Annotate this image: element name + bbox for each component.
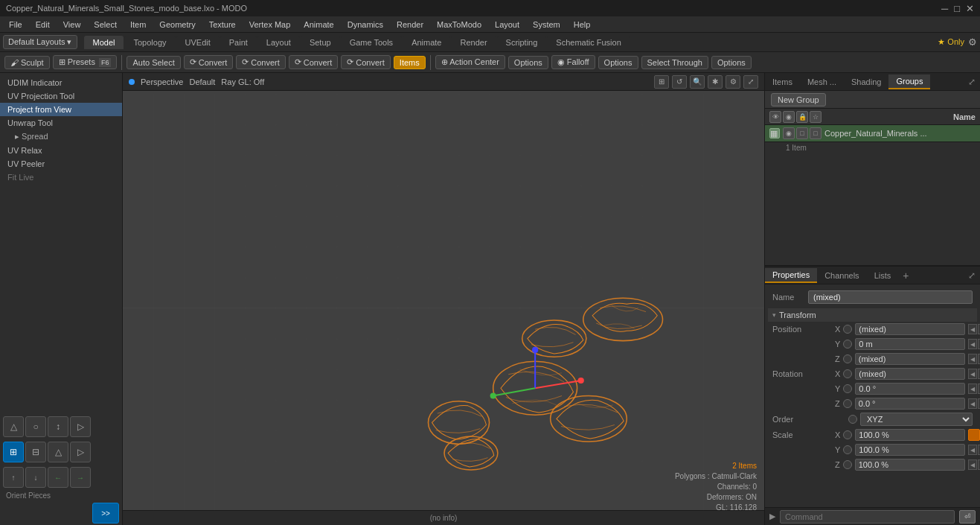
select-through-btn[interactable]: Select Through [641,56,708,69]
position-z-input[interactable] [855,353,965,365]
new-group-btn[interactable]: New Group [771,93,826,106]
tool-icon-8[interactable]: ▷ [70,442,91,462]
menu-item-help[interactable]: Help [568,19,597,31]
rp-btab-lists[interactable]: Lists [867,269,899,282]
tool-icon-7[interactable]: △ [48,442,68,462]
convert-btn-1[interactable]: ⟳ Convert [236,55,286,69]
scale-z-decr[interactable]: ◀ [968,459,977,470]
name-input[interactable] [808,290,973,304]
tool-unwrap-tool[interactable]: Unwrap Tool [0,116,122,130]
cmd-run-btn[interactable]: ⏎ [959,510,976,524]
menu-item-render[interactable]: Render [391,19,429,31]
auto-select-btn[interactable]: Auto Select [126,56,180,69]
item-icon-render[interactable]: ◉ [783,111,795,123]
item-lock[interactable]: □ [796,127,808,139]
item-icon-lock[interactable]: 🔒 [796,111,808,123]
tab-render[interactable]: Render [451,36,496,49]
viewport-canvas[interactable]: 2 Items Polygons : Catmull-Clark Channel… [123,91,764,525]
rp-tab-groups[interactable]: Groups [888,74,930,89]
rotation-x-circle[interactable] [843,369,852,378]
items-btn[interactable]: Items [394,56,426,69]
rp-tab-shading[interactable]: Shading [844,75,888,89]
tab-setup[interactable]: Setup [301,36,340,49]
tool-icon-4[interactable]: ▷ [70,416,91,437]
menu-item-edit[interactable]: Edit [30,19,56,31]
scale-y-decr[interactable]: ◀ [968,445,977,455]
tool-project-from-view[interactable]: Project from View [0,103,122,116]
vp-ctrl-4[interactable]: ✱ [708,75,723,89]
options1-btn[interactable]: Options [508,56,548,69]
options2-btn[interactable]: Options [598,56,638,69]
layouts-dropdown[interactable]: Default Layouts ▾ [3,35,77,49]
rp-tab-items[interactable]: Items [765,75,800,89]
tab-layout[interactable]: Layout [257,36,300,49]
tab-model[interactable]: Model [84,36,124,49]
menu-item-geometry[interactable]: Geometry [153,19,201,31]
item-icon-visible[interactable]: ☆ [810,111,822,123]
tab-paint[interactable]: Paint [220,36,257,49]
transform-section[interactable]: ▾ Transform [768,308,977,322]
options3-btn[interactable]: Options [711,56,752,69]
cmd-input[interactable] [780,510,955,524]
orient-left[interactable]: ← [48,467,68,488]
menu-item-select[interactable]: Select [88,19,123,31]
scale-x-orange[interactable] [968,429,980,441]
tool-fit-live[interactable]: Fit Live [0,171,122,184]
rot-x-decr[interactable]: ◀ [968,369,977,379]
rotation-z-input[interactable] [855,398,965,410]
tab-scripting[interactable]: Scripting [497,36,547,49]
tool-uv-relax[interactable]: UV Relax [0,144,122,157]
position-x-circle[interactable] [843,325,852,334]
pos-y-decr[interactable]: ◀ [968,339,977,349]
sculpt-btn[interactable]: 🖌Sculpt [4,56,50,69]
falloff-btn[interactable]: ◉ Falloff [551,55,595,69]
minimize-btn[interactable]: ─ [941,3,948,14]
orient-down[interactable]: ↓ [25,467,46,488]
orient-right[interactable]: → [70,467,91,488]
tool-udim-indicator[interactable]: UDIM Indicator [0,76,122,89]
position-y-circle[interactable] [843,340,852,349]
rotation-x-input[interactable] [855,368,965,380]
tool-uv-projection-tool[interactable]: UV Projection Tool [0,89,122,103]
tool-icon-1[interactable]: △ [3,416,24,437]
menu-item-item[interactable]: Item [124,19,152,31]
rot-y-decr[interactable]: ◀ [968,384,977,394]
position-x-input[interactable] [855,323,965,335]
orient-up[interactable]: ↑ [3,467,24,488]
tab-animate[interactable]: Animate [403,36,450,49]
tool-icon-5[interactable]: ⊞ [3,442,24,462]
rp-bottom-expand[interactable]: ⤢ [964,269,980,282]
pos-z-decr[interactable]: ◀ [968,354,977,364]
tab-uvedit[interactable]: UVEdit [176,36,220,49]
menu-item-view[interactable]: View [57,19,87,31]
tool--spread[interactable]: ▸ Spread [0,130,122,144]
convert-btn-3[interactable]: ⟳ Convert [341,55,391,69]
action-center-btn[interactable]: ⊕ Action Center [435,55,505,69]
tab-gear-btn[interactable]: ⚙ [968,36,977,48]
menu-item-layout[interactable]: Layout [489,19,525,31]
convert-btn-0[interactable]: ⟳ Convert [184,55,234,69]
tab-topology[interactable]: Topology [124,36,175,49]
rotation-y-circle[interactable] [843,384,852,393]
tool-icon-3[interactable]: ↕ [48,416,68,437]
order-select[interactable]: XYZ XZY YXZ [860,413,973,426]
vp-ctrl-2[interactable]: ↺ [672,75,687,89]
menu-item-dynamics[interactable]: Dynamics [342,19,389,31]
scale-x-input[interactable] [855,429,965,441]
menu-item-maxtomodo[interactable]: MaxToModo [431,19,487,31]
menu-item-vertex map[interactable]: Vertex Map [243,19,297,31]
scale-x-circle[interactable] [843,430,852,439]
item-vis[interactable]: □ [810,127,822,139]
item-icon-eye[interactable]: 👁 [769,111,781,123]
menu-item-system[interactable]: System [527,19,566,31]
rot-z-decr[interactable]: ◀ [968,398,977,409]
rp-btab-properties[interactable]: Properties [765,268,817,283]
menu-item-animate[interactable]: Animate [298,19,339,31]
vp-ctrl-3[interactable]: 🔍 [690,75,705,89]
menu-item-texture[interactable]: Texture [203,19,242,31]
rp-item-row[interactable]: ▦ ◉ □ □ Copper_Natural_Minerals ... [765,125,980,142]
tab-schematic-fusion[interactable]: Schematic Fusion [547,36,630,49]
convert-btn-2[interactable]: ⟳ Convert [289,55,339,69]
rotation-z-circle[interactable] [843,399,852,408]
tab-game-tools[interactable]: Game Tools [341,36,403,49]
